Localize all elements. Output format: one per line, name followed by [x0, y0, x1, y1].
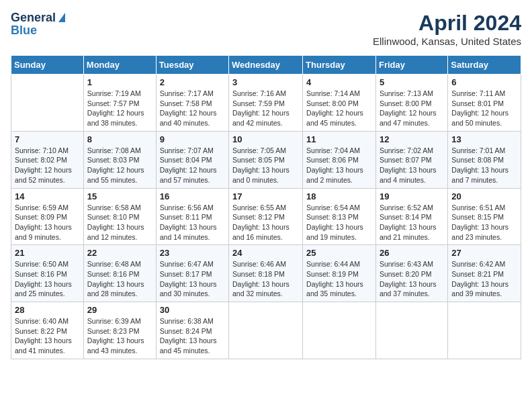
calendar-cell-w1-d2: 1Sunrise: 7:19 AM Sunset: 7:57 PM Daylig… [83, 75, 156, 132]
calendar-cell-w2-d4: 10Sunrise: 7:05 AM Sunset: 8:05 PM Dayli… [229, 131, 303, 188]
day-info: Sunrise: 7:11 AM Sunset: 8:01 PM Dayligh… [451, 89, 517, 128]
day-number: 10 [232, 134, 299, 144]
main-title: April 2024 [373, 11, 521, 36]
calendar-cell-w2-d1: 7Sunrise: 7:10 AM Sunset: 8:02 PM Daylig… [11, 131, 84, 188]
day-number: 3 [232, 77, 299, 87]
day-number: 28 [15, 305, 80, 315]
day-number: 23 [160, 248, 225, 258]
week-row-3: 14Sunrise: 6:59 AM Sunset: 8:09 PM Dayli… [11, 188, 521, 245]
day-number: 16 [160, 191, 225, 201]
day-info: Sunrise: 6:50 AM Sunset: 8:16 PM Dayligh… [15, 259, 80, 299]
calendar-cell-w1-d5: 4Sunrise: 7:14 AM Sunset: 8:00 PM Daylig… [303, 75, 376, 132]
day-info: Sunrise: 7:16 AM Sunset: 7:59 PM Dayligh… [232, 89, 299, 128]
day-number: 25 [306, 248, 372, 258]
day-info: Sunrise: 6:58 AM Sunset: 8:10 PM Dayligh… [87, 203, 152, 242]
calendar-cell-w5-d6 [375, 302, 447, 359]
calendar-cell-w2-d3: 9Sunrise: 7:07 AM Sunset: 8:04 PM Daylig… [156, 131, 228, 188]
weekday-header-row: SundayMondayTuesdayWednesdayThursdayFrid… [11, 56, 521, 75]
day-number: 11 [306, 134, 372, 144]
day-number: 12 [380, 134, 444, 144]
day-info: Sunrise: 6:59 AM Sunset: 8:09 PM Dayligh… [15, 203, 80, 242]
calendar-cell-w3-d6: 19Sunrise: 6:52 AM Sunset: 8:14 PM Dayli… [375, 188, 447, 245]
day-number: 9 [160, 134, 225, 144]
day-number: 19 [380, 191, 444, 201]
calendar-table: SundayMondayTuesdayWednesdayThursdayFrid… [11, 55, 521, 359]
logo-icon [58, 13, 65, 22]
day-info: Sunrise: 6:43 AM Sunset: 8:20 PM Dayligh… [380, 259, 444, 299]
calendar-cell-w1-d7: 6Sunrise: 7:11 AM Sunset: 8:01 PM Daylig… [448, 75, 521, 132]
calendar-cell-w5-d3: 30Sunrise: 6:38 AM Sunset: 8:24 PM Dayli… [156, 302, 228, 359]
calendar-cell-w4-d5: 25Sunrise: 6:44 AM Sunset: 8:19 PM Dayli… [303, 245, 376, 302]
calendar-cell-w3-d4: 17Sunrise: 6:55 AM Sunset: 8:12 PM Dayli… [229, 188, 303, 245]
day-number: 15 [87, 191, 152, 201]
calendar-cell-w1-d3: 2Sunrise: 7:17 AM Sunset: 7:58 PM Daylig… [156, 75, 228, 132]
day-number: 26 [380, 248, 444, 258]
header-thursday: Thursday [303, 56, 376, 75]
calendar-cell-w5-d1: 28Sunrise: 6:40 AM Sunset: 8:22 PM Dayli… [11, 302, 84, 359]
day-info: Sunrise: 7:07 AM Sunset: 8:04 PM Dayligh… [160, 146, 225, 185]
calendar-cell-w3-d3: 16Sunrise: 6:56 AM Sunset: 8:11 PM Dayli… [156, 188, 228, 245]
day-number: 14 [15, 191, 80, 201]
calendar-cell-w5-d5 [303, 302, 376, 359]
header-wednesday: Wednesday [229, 56, 303, 75]
calendar-cell-w1-d1 [11, 75, 84, 132]
day-number: 8 [87, 134, 152, 144]
calendar-cell-w4-d7: 27Sunrise: 6:42 AM Sunset: 8:21 PM Dayli… [448, 245, 521, 302]
day-number: 2 [160, 77, 225, 87]
day-info: Sunrise: 6:52 AM Sunset: 8:14 PM Dayligh… [380, 203, 444, 242]
day-number: 29 [87, 305, 152, 315]
calendar-cell-w4-d2: 22Sunrise: 6:48 AM Sunset: 8:16 PM Dayli… [83, 245, 156, 302]
calendar-cell-w1-d4: 3Sunrise: 7:16 AM Sunset: 7:59 PM Daylig… [229, 75, 303, 132]
day-info: Sunrise: 7:17 AM Sunset: 7:58 PM Dayligh… [160, 89, 225, 128]
day-info: Sunrise: 7:10 AM Sunset: 8:02 PM Dayligh… [15, 146, 80, 185]
day-info: Sunrise: 7:19 AM Sunset: 7:57 PM Dayligh… [87, 89, 152, 128]
day-number: 4 [306, 77, 372, 87]
calendar-cell-w2-d5: 11Sunrise: 7:04 AM Sunset: 8:06 PM Dayli… [303, 131, 376, 188]
calendar-cell-w5-d4 [229, 302, 303, 359]
subtitle: Ellinwood, Kansas, United States [373, 36, 521, 47]
day-number: 21 [15, 248, 80, 258]
day-number: 27 [451, 248, 517, 258]
calendar-cell-w1-d6: 5Sunrise: 7:13 AM Sunset: 8:00 PM Daylig… [375, 75, 447, 132]
day-number: 6 [451, 77, 517, 87]
title-section: April 2024 Ellinwood, Kansas, United Sta… [373, 11, 521, 47]
header-tuesday: Tuesday [156, 56, 228, 75]
logo: General Blue [11, 11, 65, 38]
day-number: 17 [232, 191, 299, 201]
day-info: Sunrise: 7:04 AM Sunset: 8:06 PM Dayligh… [306, 146, 372, 185]
day-number: 30 [160, 305, 225, 315]
page-header: General Blue April 2024 Ellinwood, Kansa… [11, 11, 521, 47]
day-number: 13 [451, 134, 517, 144]
header-friday: Friday [375, 56, 447, 75]
day-info: Sunrise: 6:47 AM Sunset: 8:17 PM Dayligh… [160, 259, 225, 299]
week-row-5: 28Sunrise: 6:40 AM Sunset: 8:22 PM Dayli… [11, 302, 521, 359]
calendar-cell-w4-d4: 24Sunrise: 6:46 AM Sunset: 8:18 PM Dayli… [229, 245, 303, 302]
day-info: Sunrise: 6:54 AM Sunset: 8:13 PM Dayligh… [306, 203, 372, 242]
calendar-cell-w3-d2: 15Sunrise: 6:58 AM Sunset: 8:10 PM Dayli… [83, 188, 156, 245]
calendar-cell-w4-d3: 23Sunrise: 6:47 AM Sunset: 8:17 PM Dayli… [156, 245, 228, 302]
day-info: Sunrise: 6:44 AM Sunset: 8:19 PM Dayligh… [306, 259, 372, 299]
day-info: Sunrise: 6:39 AM Sunset: 8:23 PM Dayligh… [87, 316, 152, 356]
calendar-cell-w3-d1: 14Sunrise: 6:59 AM Sunset: 8:09 PM Dayli… [11, 188, 84, 245]
logo-blue: Blue [11, 24, 37, 38]
day-number: 22 [87, 248, 152, 258]
calendar-cell-w3-d7: 20Sunrise: 6:51 AM Sunset: 8:15 PM Dayli… [448, 188, 521, 245]
calendar-cell-w2-d7: 13Sunrise: 7:01 AM Sunset: 8:08 PM Dayli… [448, 131, 521, 188]
day-info: Sunrise: 7:08 AM Sunset: 8:03 PM Dayligh… [87, 146, 152, 185]
calendar-cell-w2-d6: 12Sunrise: 7:02 AM Sunset: 8:07 PM Dayli… [375, 131, 447, 188]
day-info: Sunrise: 6:48 AM Sunset: 8:16 PM Dayligh… [87, 259, 152, 299]
header-sunday: Sunday [11, 56, 84, 75]
day-info: Sunrise: 7:05 AM Sunset: 8:05 PM Dayligh… [232, 146, 299, 185]
week-row-2: 7Sunrise: 7:10 AM Sunset: 8:02 PM Daylig… [11, 131, 521, 188]
day-number: 5 [380, 77, 444, 87]
day-info: Sunrise: 7:02 AM Sunset: 8:07 PM Dayligh… [380, 146, 444, 185]
day-info: Sunrise: 7:13 AM Sunset: 8:00 PM Dayligh… [380, 89, 444, 128]
header-monday: Monday [83, 56, 156, 75]
day-info: Sunrise: 6:46 AM Sunset: 8:18 PM Dayligh… [232, 259, 299, 299]
day-number: 24 [232, 248, 299, 258]
day-number: 7 [15, 134, 80, 144]
day-number: 20 [451, 191, 517, 201]
calendar-cell-w5-d2: 29Sunrise: 6:39 AM Sunset: 8:23 PM Dayli… [83, 302, 156, 359]
day-info: Sunrise: 6:55 AM Sunset: 8:12 PM Dayligh… [232, 203, 299, 242]
calendar-cell-w4-d6: 26Sunrise: 6:43 AM Sunset: 8:20 PM Dayli… [375, 245, 447, 302]
